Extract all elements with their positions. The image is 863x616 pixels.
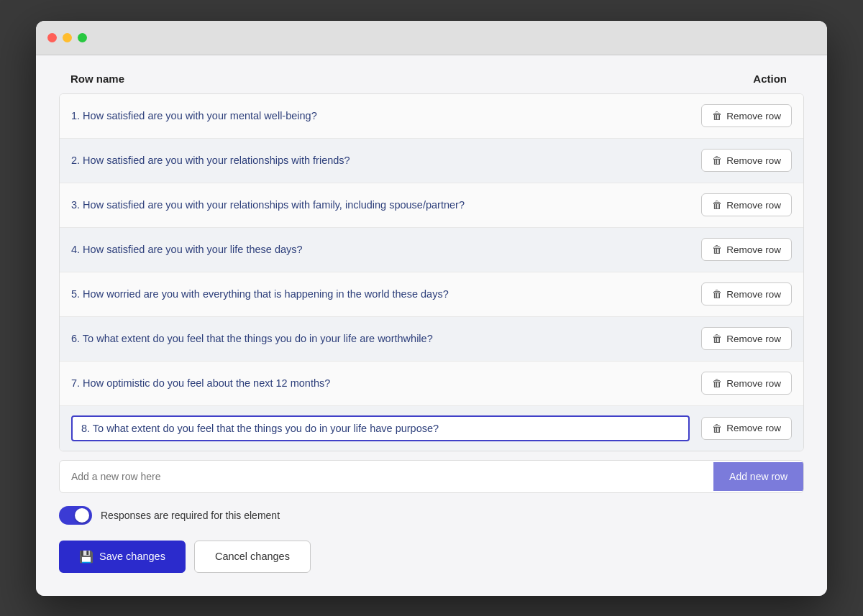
trash-icon: 🗑	[712, 110, 722, 121]
table-row: 2. How satisfied are you with your relat…	[60, 139, 803, 183]
maximize-button[interactable]	[78, 33, 87, 42]
remove-row-label: Remove row	[726, 423, 781, 433]
row-text: 5. How worried are you with everything t…	[71, 287, 701, 301]
col-action-label: Action	[753, 73, 787, 85]
trash-icon: 🗑	[712, 333, 722, 344]
table-row: 7. How optimistic do you feel about the …	[60, 362, 803, 406]
row-text: 2. How satisfied are you with your relat…	[71, 153, 701, 167]
remove-row-label: Remove row	[726, 244, 781, 255]
remove-row-button[interactable]: 🗑 Remove row	[701, 149, 792, 172]
table-row: 1. How satisfied are you with your menta…	[60, 94, 803, 139]
remove-row-button[interactable]: 🗑 Remove row	[701, 372, 792, 395]
required-toggle[interactable]	[59, 506, 92, 525]
trash-icon: 🗑	[712, 377, 722, 389]
close-button[interactable]	[47, 33, 57, 42]
remove-row-button[interactable]: 🗑 Remove row	[701, 104, 792, 127]
content-area: Row name Action 1. How satisfied are you…	[36, 55, 827, 596]
cancel-changes-button[interactable]: Cancel changes	[194, 541, 311, 573]
remove-row-label: Remove row	[726, 378, 781, 389]
table-row: 🗑 Remove row	[60, 406, 803, 451]
col-row-name-label: Row name	[70, 73, 124, 85]
titlebar	[36, 21, 827, 55]
table-row: 5. How worried are you with everything t…	[60, 272, 803, 317]
remove-row-label: Remove row	[726, 200, 781, 211]
trash-icon: 🗑	[712, 423, 722, 434]
row-text: 1. How satisfied are you with your menta…	[71, 109, 701, 123]
row-text: 3. How satisfied are you with your relat…	[71, 198, 701, 212]
table-row: 4. How satisfied are you with your life …	[60, 228, 803, 272]
minimize-button[interactable]	[63, 33, 72, 42]
row-input-wrapper	[71, 415, 690, 441]
traffic-lights	[47, 33, 87, 42]
table-row: 3. How satisfied are you with your relat…	[60, 183, 803, 228]
remove-row-label: Remove row	[726, 155, 781, 166]
table-header: Row name Action	[59, 73, 804, 93]
add-new-row-button[interactable]: Add new row	[713, 462, 803, 491]
trash-icon: 🗑	[712, 155, 722, 166]
toggle-thumb	[75, 508, 89, 523]
required-label: Responses are required for this element	[101, 510, 280, 521]
row-text: 6. To what extent do you feel that the t…	[71, 331, 701, 346]
table-row: 6. To what extent do you feel that the t…	[60, 317, 803, 362]
rows-container: 1. How satisfied are you with your menta…	[59, 93, 804, 451]
toggle-track	[59, 506, 92, 525]
remove-row-button[interactable]: 🗑 Remove row	[701, 238, 792, 261]
remove-row-button[interactable]: 🗑 Remove row	[701, 282, 792, 305]
remove-row-button[interactable]: 🗑 Remove row	[701, 193, 792, 216]
trash-icon: 🗑	[712, 288, 722, 300]
remove-row-label: Remove row	[726, 289, 781, 300]
add-row-section: Add new row	[59, 460, 804, 493]
bottom-buttons: 💾 Save changes Cancel changes	[59, 541, 804, 573]
row-text: 7. How optimistic do you feel about the …	[71, 376, 701, 390]
remove-row-button[interactable]: 🗑 Remove row	[701, 327, 792, 350]
floppy-icon: 💾	[79, 550, 93, 564]
remove-row-label: Remove row	[726, 111, 781, 121]
trash-icon: 🗑	[712, 199, 722, 211]
trash-icon: 🗑	[712, 244, 722, 255]
required-toggle-row: Responses are required for this element	[59, 506, 804, 525]
remove-row-label: Remove row	[726, 334, 781, 344]
row-text-input[interactable]	[71, 415, 690, 441]
save-changes-button[interactable]: 💾 Save changes	[59, 541, 186, 573]
row-text: 4. How satisfied are you with your life …	[71, 242, 701, 257]
add-row-input[interactable]	[60, 461, 713, 492]
remove-row-button[interactable]: 🗑 Remove row	[701, 417, 792, 440]
main-window: Row name Action 1. How satisfied are you…	[36, 21, 827, 596]
